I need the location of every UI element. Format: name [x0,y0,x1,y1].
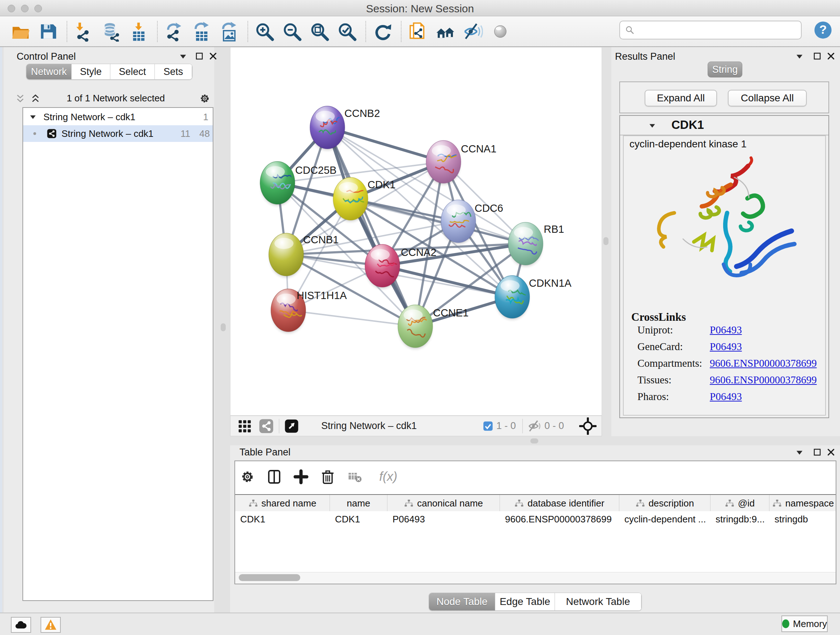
network-edge[interactable] [327,127,444,162]
cell-canonical-name[interactable]: P06493 [387,511,500,527]
crosslink-value-link[interactable]: 9606.ENSP00000378699 [710,374,817,386]
show-all-button[interactable] [489,20,512,43]
column-header-description[interactable]: description [619,495,711,512]
tab-node-table[interactable]: Node Table [429,593,495,610]
control-panel-menu-button[interactable] [178,51,188,62]
protein-header-row[interactable]: CDK1 [620,116,829,135]
expand-all-button[interactable]: Expand All [645,90,717,106]
collection-disclosure-icon[interactable] [28,112,38,122]
collection-count: 1 [194,111,208,123]
tree-column-icon [636,500,645,508]
column-header-canonical-name[interactable]: canonical name [387,495,500,512]
import-network-button[interactable] [73,20,95,43]
zoom-in-button[interactable] [253,20,276,43]
tab-network-table[interactable]: Network Table [555,593,641,610]
results-panel-menu-button[interactable] [794,51,805,62]
right-splitter-handle[interactable] [603,237,608,245]
crosslink-value-link[interactable]: 9606.ENSP00000378699 [710,357,817,369]
network-list: String Network – cdk1 1 String Network –… [22,107,213,601]
export-image-glyph [219,21,239,42]
cell-description[interactable]: cyclin-dependent ... [619,511,711,527]
birds-eye-view-icon[interactable] [284,418,300,434]
cell-namespace[interactable]: stringdb [769,511,836,527]
cloud-button[interactable] [11,617,31,633]
open-session-glyph [11,21,31,42]
tab-edge-table[interactable]: Edge Table [495,593,555,610]
hide-selected-button[interactable] [462,20,484,43]
export-network-button[interactable] [163,20,185,43]
table-panel-float-button[interactable] [813,448,822,457]
results-panel-close-button[interactable] [826,51,836,61]
column-header-namespace[interactable]: namespace [769,495,836,512]
network-row[interactable]: String Network – cdk1 11 48 [23,125,213,142]
delete-column-icon[interactable] [319,468,336,486]
cell-shared-name[interactable]: CDK1 [235,511,330,527]
cell-database-identifier[interactable]: 9606.ENSP00000378699 [500,511,619,527]
save-session-glyph [38,21,58,42]
network-node-CCNE1[interactable] [398,305,433,373]
network-list-options-gear-icon[interactable] [198,92,211,105]
export-table-button[interactable] [190,20,213,43]
table-panel-close-button[interactable] [826,448,836,457]
network-collection-row[interactable]: String Network – cdk1 1 [23,109,213,125]
network-node-CCNA2[interactable] [365,244,400,314]
control-panel-float-button[interactable] [195,51,204,61]
cell-name[interactable]: CDK1 [330,511,387,527]
first-neighbors-button[interactable] [434,20,456,43]
collapse-all-networks-icon[interactable] [14,93,26,104]
search-input[interactable] [638,24,801,36]
show-columns-icon[interactable] [265,468,283,486]
table-horizontal-scrollbar[interactable] [235,572,836,583]
network-edge[interactable] [288,310,415,326]
cell-id[interactable]: stringdb:9... [711,511,769,527]
tab-network[interactable]: Network [27,64,72,79]
export-image-button[interactable] [218,20,240,43]
zoom-out-button[interactable] [281,20,303,43]
import-table-button[interactable] [127,20,150,43]
network-node-CDC25B[interactable] [260,162,295,231]
save-session-button[interactable] [37,20,59,43]
control-panel-close-button[interactable] [208,51,218,61]
network-node-CCNB1[interactable] [269,233,303,277]
left-splitter-handle[interactable] [221,323,226,331]
tab-select[interactable]: Select [111,64,155,79]
network-node-CDKN1A[interactable] [495,276,530,352]
network-node-CDC6[interactable] [441,200,476,271]
string-view-icon[interactable] [258,418,275,434]
table-row[interactable]: CDK1CDK1P064939606.ENSP00000378699cyclin… [235,511,836,527]
network-node-CCNA1[interactable] [426,141,461,209]
table-scrollbar-thumb[interactable] [239,574,300,581]
column-header-shared-name[interactable]: shared name [235,495,330,512]
table-panel-menu-button[interactable] [794,448,805,458]
collapse-all-button[interactable]: Collapse All [728,90,807,106]
column-header-name[interactable]: name [330,495,387,512]
zoom-selected-button[interactable] [336,20,358,43]
column-header-database-identifier[interactable]: database identifier [500,495,619,512]
crosslink-value-link[interactable]: P06493 [710,324,742,336]
fit-selection-crosshair-icon[interactable] [579,417,597,435]
tab-sets[interactable]: Sets [155,64,192,79]
expand-all-networks-icon[interactable] [30,93,41,104]
open-session-button[interactable] [9,20,32,43]
add-column-icon[interactable] [292,468,309,486]
bottom-splitter-handle[interactable] [531,439,538,443]
hidden-eye-icon[interactable] [527,418,542,434]
protein-disclosure-icon[interactable] [647,121,657,130]
selected-nodes-checkbox[interactable] [482,420,494,432]
zoom-fit-button[interactable] [308,20,331,43]
tab-string[interactable]: String [707,62,742,78]
tab-style[interactable]: Style [72,64,111,79]
grid-view-icon[interactable] [236,418,253,434]
search-field[interactable] [619,21,802,40]
refresh-view-button[interactable] [371,20,393,43]
crosslink-value-link[interactable]: P06493 [710,340,742,353]
help-button[interactable]: ? [813,20,833,40]
column-header-id[interactable]: @id [711,495,769,512]
results-panel-float-button[interactable] [813,51,822,61]
clone-network-button[interactable] [407,20,429,43]
import-database-button[interactable] [100,20,122,43]
memory-button[interactable]: Memory [782,616,828,632]
crosslink-value-link[interactable]: P06493 [710,391,742,402]
table-options-gear-icon[interactable] [239,468,256,486]
warnings-button[interactable] [41,617,61,633]
